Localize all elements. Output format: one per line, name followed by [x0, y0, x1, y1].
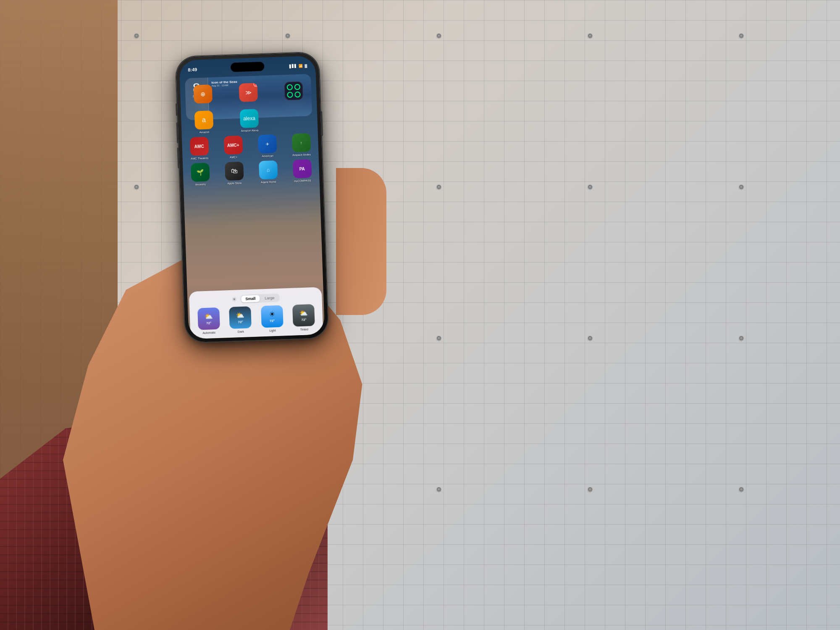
wall-bolt	[588, 185, 592, 189]
mycompass-icon[interactable]: PA	[292, 159, 312, 178]
dark-preview[interactable]: ⛅ 72°	[229, 306, 252, 329]
light-label: Light	[269, 329, 276, 332]
aqara-icon[interactable]: ⌂	[258, 160, 278, 180]
ancestry-icon[interactable]: 🌱	[191, 163, 210, 182]
wall-bolt	[739, 487, 743, 491]
battery-circle-3	[287, 92, 293, 97]
picker-option-light[interactable]: ☀ 72° Light	[261, 305, 284, 333]
amazon-label: Amazon	[191, 130, 217, 134]
wall-bolt	[437, 34, 441, 38]
size-tabs[interactable]: Small Large	[240, 294, 280, 303]
automatic-preview-content: ⛅ 72°	[197, 307, 220, 330]
wall-bolt	[286, 34, 290, 38]
albert-badge: 1	[253, 83, 258, 87]
ancestry-label: Ancestry	[187, 182, 213, 186]
automatic-preview[interactable]: ⛅ 72°	[197, 307, 220, 330]
weather-tinted-sun: ⛅	[299, 309, 308, 318]
status-time: 8:49	[188, 67, 197, 72]
app-american[interactable]: ✈ American	[254, 134, 281, 158]
app-grid-row-4: 🌱 Ancestry 🛍 Apple Store ⌂	[183, 159, 320, 186]
wall-bolt	[134, 185, 139, 189]
weather-light-sun: ☀	[269, 310, 275, 318]
weather-auto-temp: 72°	[206, 321, 211, 325]
amcplus-icon[interactable]: AMC+	[223, 136, 243, 155]
wall-bolt	[739, 336, 743, 340]
weather-dark-sun: ⛅	[236, 311, 245, 320]
mycompass-label: myCOMPASS	[289, 179, 315, 183]
size-tab-large[interactable]: Large	[260, 294, 279, 302]
albert-icon[interactable]: ≫ 1	[239, 83, 258, 102]
thumb	[336, 168, 386, 315]
battery-circle-1	[287, 84, 293, 90]
app-amc[interactable]: AMC AMC Theatres	[186, 136, 213, 160]
amc-label: AMC Theatres	[186, 156, 213, 160]
tinted-preview[interactable]: ⛅ 72°	[292, 304, 315, 327]
alexa-label: Amazon Alexa	[236, 129, 262, 132]
ampace-label: Ampace Andes	[289, 153, 315, 157]
dark-preview-content: ⛅ 72°	[229, 306, 252, 329]
amcplus-label: AMC+	[220, 155, 247, 159]
airthings-icon[interactable]: ⊕	[194, 84, 213, 104]
widget-picker-popup[interactable]: ☀ Small Large	[189, 287, 323, 339]
battery-icon: ▓	[304, 64, 307, 68]
app-ancestry[interactable]: 🌱 Ancestry	[187, 163, 214, 186]
tinted-label: Tinted	[300, 328, 308, 331]
dynamic-island	[231, 62, 265, 72]
home-screen[interactable]: 8 days Icon of the Seas Aug 31 · 12AM Ou…	[180, 72, 325, 339]
app-ampace[interactable]: ↑ Ampace Andes	[288, 133, 315, 157]
wall-bolt	[739, 34, 743, 38]
weather-tinted-temp: 72°	[301, 318, 306, 322]
picker-options: ⛅ 72° Automatic ⛅ 72°	[194, 304, 319, 335]
wifi-icon: 📶	[299, 64, 303, 68]
light-preview[interactable]: ☀ 72°	[261, 305, 284, 328]
phone-screen: 8:49 ▋▋▋ 📶 ▓ 8 days	[179, 56, 325, 339]
wall-bolt	[134, 34, 139, 38]
app-applestore[interactable]: 🛍 Apple Store	[221, 161, 248, 185]
battery-circle-4	[294, 92, 300, 97]
battery-circle-2	[294, 84, 300, 90]
tinted-preview-content: ⛅ 72°	[292, 304, 315, 327]
app-amcplus[interactable]: AMC+ AMC+	[220, 135, 247, 159]
weather-dark-temp: 72°	[238, 320, 243, 324]
mute-switch[interactable]	[176, 103, 178, 116]
wall-bolt	[437, 336, 441, 340]
picker-header: ☀ Small Large	[193, 292, 318, 305]
applestore-label: Apple Store	[221, 181, 247, 185]
weather-light-temp: 72°	[270, 319, 275, 323]
weather-auto-sun: ⛅	[204, 312, 213, 320]
volume-up-button[interactable]	[176, 122, 179, 143]
app-mycompass[interactable]: PA myCOMPASS	[289, 159, 315, 183]
dark-label: Dark	[238, 330, 244, 333]
status-icons: ▋▋▋ 📶 ▓	[289, 64, 307, 68]
app-aqara[interactable]: ⌂ Aqara Home	[255, 160, 281, 184]
automatic-label: Automatic	[202, 331, 215, 334]
wall-bolt	[739, 185, 743, 189]
empty-label	[282, 127, 308, 128]
picker-option-automatic[interactable]: ⛅ 72° Automatic	[197, 307, 220, 335]
wall-bolt	[588, 487, 592, 491]
picker-option-tinted[interactable]: ⛅ 72° Tinted	[292, 304, 315, 331]
phone-outer-case: 8:49 ▋▋▋ 📶 ▓ 8 days	[176, 52, 328, 342]
empty-slot	[285, 108, 304, 127]
ampace-icon[interactable]: ↑	[291, 133, 311, 152]
picker-option-dark[interactable]: ⛅ 72° Dark	[229, 306, 252, 333]
batteries-icon[interactable]	[284, 81, 303, 101]
american-icon[interactable]: ✈	[257, 134, 277, 154]
wall-bolt	[588, 336, 592, 340]
applestore-icon[interactable]: 🛍	[225, 162, 244, 181]
american-label: American	[255, 154, 281, 158]
app-grid-row-2: a Amazon alexa Amazon Alexa	[181, 107, 318, 134]
phone-device: 8:49 ▋▋▋ 📶 ▓ 8 days	[176, 52, 328, 342]
sun-icon: ☀	[231, 296, 237, 302]
wall-bolt	[588, 34, 592, 38]
app-grid-row-3: AMC AMC Theatres AMC+ AMC+ ✈	[182, 133, 319, 160]
amazon-icon[interactable]: a	[194, 110, 214, 130]
alexa-icon[interactable]: alexa	[240, 109, 259, 128]
size-tab-small[interactable]: Small	[241, 295, 260, 303]
volume-down-button[interactable]	[177, 147, 180, 168]
signal-icon: ▋▋▋	[289, 64, 297, 68]
wall-bolt	[437, 185, 441, 189]
light-preview-content: ☀ 72°	[261, 305, 284, 328]
wall-bolt	[437, 487, 441, 491]
amc-icon[interactable]: AMC	[189, 137, 209, 156]
